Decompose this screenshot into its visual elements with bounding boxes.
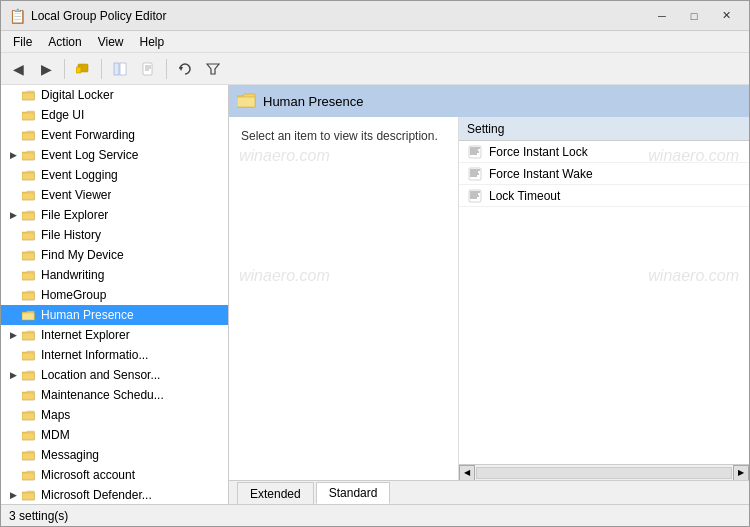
right-hscroll-track — [476, 467, 732, 479]
tree-item-internet-explorer[interactable]: ▶ Internet Explorer — [1, 325, 228, 345]
tree-label-event-logging: Event Logging — [41, 168, 118, 182]
tree-item-maps[interactable]: Maps — [1, 405, 228, 425]
right-hscroll-left[interactable]: ◀ — [459, 465, 475, 481]
folder-icon-file-explorer — [21, 207, 37, 223]
tree-item-microsoft-defender1[interactable]: ▶ Microsoft Defender... — [1, 485, 228, 504]
tree-item-maintenance-schedule[interactable]: Maintenance Schedu... — [1, 385, 228, 405]
svg-rect-24 — [22, 372, 34, 379]
folder-icon-internet-explorer — [21, 327, 37, 343]
svg-rect-18 — [22, 252, 34, 259]
folder-icon-microsoft-defender1 — [21, 487, 37, 503]
menu-help[interactable]: Help — [132, 33, 173, 51]
up-button[interactable] — [70, 57, 96, 81]
right-hscroll-right[interactable]: ▶ — [733, 465, 749, 481]
forward-button[interactable]: ▶ — [33, 57, 59, 81]
right-panel-header: Human Presence — [229, 85, 749, 117]
svg-rect-12 — [22, 132, 34, 139]
svg-rect-26 — [22, 412, 34, 419]
tab-extended-label: Extended — [250, 487, 301, 501]
svg-rect-22 — [22, 332, 34, 339]
minimize-button[interactable]: ─ — [647, 6, 677, 26]
folder-icon-edge-ui — [21, 107, 37, 123]
menu-file[interactable]: File — [5, 33, 40, 51]
settings-list: Force Instant Lock — [459, 141, 749, 464]
tree-item-microsoft-account[interactable]: Microsoft account — [1, 465, 228, 485]
svg-rect-30 — [22, 492, 34, 499]
tree-label-microsoft-account: Microsoft account — [41, 468, 135, 482]
tree-item-messaging[interactable]: Messaging — [1, 445, 228, 465]
tree-item-edge-ui[interactable]: Edge UI — [1, 105, 228, 125]
filter-button[interactable] — [200, 57, 226, 81]
tree-label-handwriting: Handwriting — [41, 268, 104, 282]
tree-label-microsoft-defender1: Microsoft Defender... — [41, 488, 152, 502]
tree-item-human-presence[interactable]: Human Presence — [1, 305, 228, 325]
tab-standard[interactable]: Standard — [316, 482, 391, 504]
tab-extended[interactable]: Extended — [237, 482, 314, 504]
folder-icon-human-presence — [21, 307, 37, 323]
tree-label-internet-information: Internet Informatio... — [41, 348, 148, 362]
setting-icon-force-instant-lock — [467, 144, 483, 160]
back-button[interactable]: ◀ — [5, 57, 31, 81]
expander-file-explorer[interactable]: ▶ — [5, 207, 21, 223]
folder-icon-handwriting — [21, 267, 37, 283]
svg-rect-25 — [22, 392, 34, 399]
tree-item-event-viewer[interactable]: Event Viewer — [1, 185, 228, 205]
settings-area: Setting — [459, 117, 749, 480]
tree-item-event-log-service[interactable]: ▶ Event Log Service — [1, 145, 228, 165]
title-bar: 📋 Local Group Policy Editor ─ □ ✕ — [1, 1, 749, 31]
close-button[interactable]: ✕ — [711, 6, 741, 26]
expander-find-my-device — [5, 247, 21, 263]
expander-file-history — [5, 227, 21, 243]
tree-item-digital-locker[interactable]: Digital Locker — [1, 85, 228, 105]
tree-label-edge-ui: Edge UI — [41, 108, 84, 122]
tree-scroll-area[interactable]: Digital Locker Edge UI Event Forwarding — [1, 85, 228, 504]
svg-rect-32 — [237, 97, 255, 107]
expander-event-viewer — [5, 187, 21, 203]
folder-icon-messaging — [21, 447, 37, 463]
folder-icon-mdm — [21, 427, 37, 443]
right-hscroll: ◀ ▶ — [459, 464, 749, 480]
folder-icon-homegroup — [21, 287, 37, 303]
tree-label-file-explorer: File Explorer — [41, 208, 108, 222]
tree-item-file-history[interactable]: File History — [1, 225, 228, 245]
folder-icon-maps — [21, 407, 37, 423]
properties-button[interactable] — [135, 57, 161, 81]
tree-item-mdm[interactable]: MDM — [1, 425, 228, 445]
app-icon: 📋 — [9, 8, 25, 24]
tree-item-location-sensors[interactable]: ▶ Location and Sensor... — [1, 365, 228, 385]
expander-internet-explorer[interactable]: ▶ — [5, 327, 21, 343]
svg-rect-17 — [22, 232, 34, 239]
refresh-button[interactable] — [172, 57, 198, 81]
tree-item-event-logging[interactable]: Event Logging — [1, 165, 228, 185]
setting-row-force-instant-wake[interactable]: Force Instant Wake — [459, 163, 749, 185]
tree-item-file-explorer[interactable]: ▶ File Explorer — [1, 205, 228, 225]
folder-icon-location-sensors — [21, 367, 37, 383]
window-controls: ─ □ ✕ — [647, 6, 741, 26]
setting-row-force-instant-lock[interactable]: Force Instant Lock — [459, 141, 749, 163]
expander-event-log-service[interactable]: ▶ — [5, 147, 21, 163]
folder-icon-event-forwarding — [21, 127, 37, 143]
svg-rect-4 — [143, 63, 152, 75]
tree-item-find-my-device[interactable]: Find My Device — [1, 245, 228, 265]
show-hide-button[interactable] — [107, 57, 133, 81]
tree-label-mdm: MDM — [41, 428, 70, 442]
tree-item-event-forwarding[interactable]: Event Forwarding — [1, 125, 228, 145]
expander-microsoft-defender1[interactable]: ▶ — [5, 487, 21, 503]
svg-rect-19 — [22, 272, 34, 279]
setting-row-lock-timeout[interactable]: Lock Timeout — [459, 185, 749, 207]
main-window: 📋 Local Group Policy Editor ─ □ ✕ File A… — [0, 0, 750, 527]
tree-item-internet-information[interactable]: Internet Informatio... — [1, 345, 228, 365]
expander-location-sensors[interactable]: ▶ — [5, 367, 21, 383]
svg-rect-14 — [22, 172, 34, 179]
tree-item-homegroup[interactable]: HomeGroup — [1, 285, 228, 305]
menu-action[interactable]: Action — [40, 33, 89, 51]
menu-view[interactable]: View — [90, 33, 132, 51]
content-area: Digital Locker Edge UI Event Forwarding — [1, 85, 749, 504]
toolbar-separator-3 — [166, 59, 167, 79]
maximize-button[interactable]: □ — [679, 6, 709, 26]
setting-label-force-instant-wake: Force Instant Wake — [489, 167, 593, 181]
right-hscroll-thumb[interactable] — [476, 467, 732, 479]
folder-icon-find-my-device — [21, 247, 37, 263]
expander-event-forwarding — [5, 127, 21, 143]
tree-item-handwriting[interactable]: Handwriting — [1, 265, 228, 285]
